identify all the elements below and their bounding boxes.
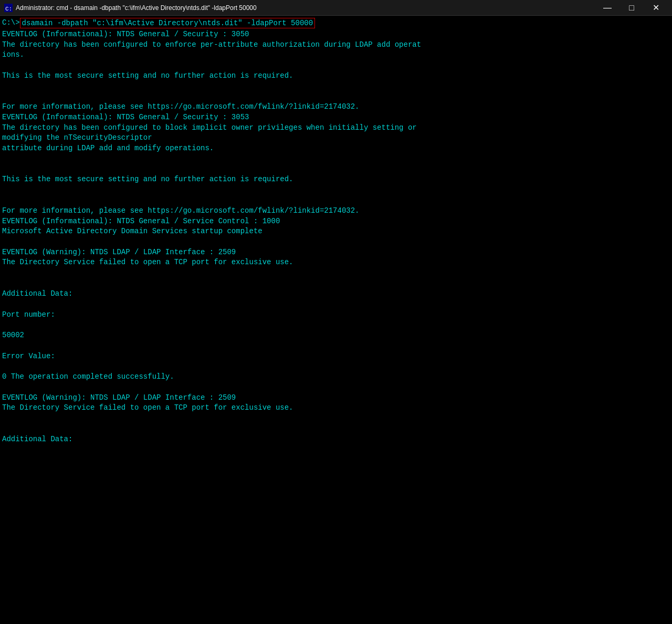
console-line xyxy=(2,195,670,206)
console-line xyxy=(2,320,670,330)
close-button[interactable]: ✕ xyxy=(644,0,668,16)
minimize-button[interactable]: — xyxy=(595,0,620,16)
console-line: EVENTLOG (Informational): NTDS General /… xyxy=(2,112,670,123)
prompt: C:\> xyxy=(2,18,20,28)
console-line: EVENTLOG (Warning): NTDS LDAP / LDAP Int… xyxy=(2,393,670,403)
title-bar-left: C: Administrator: cmd - dsamain -dbpath … xyxy=(4,4,257,12)
console-area: C:\>dsamain -dbpath "c:\ifm\Active Direc… xyxy=(0,16,672,624)
console-line xyxy=(2,361,670,372)
console-line xyxy=(2,81,670,91)
console-line: For more information, please see https:/… xyxy=(2,102,670,112)
console-line: attribute during LDAP add and modify ope… xyxy=(2,143,670,154)
console-line: Microsoft Active Directory Domain Servic… xyxy=(2,226,670,237)
console-line xyxy=(2,164,670,174)
console-line: Error Value: xyxy=(2,351,670,362)
console-line: The directory has been configured to enf… xyxy=(2,40,670,50)
console-line xyxy=(2,153,670,164)
command-text: dsamain -dbpath "c:\ifm\Active Directory… xyxy=(20,18,316,28)
console-line: For more information, please see https:/… xyxy=(2,206,670,216)
console-line xyxy=(2,185,670,195)
console-line: Additional Data: xyxy=(2,434,670,445)
console-line: Additional Data: xyxy=(2,289,670,299)
console-line xyxy=(2,278,670,289)
window-controls: — □ ✕ xyxy=(595,0,668,16)
maximize-button[interactable]: □ xyxy=(620,0,644,16)
console-line: The Directory Service failed to open a T… xyxy=(2,257,670,268)
console-output: EVENTLOG (Informational): NTDS General /… xyxy=(2,29,670,445)
console-line: The Directory Service failed to open a T… xyxy=(2,403,670,413)
console-line xyxy=(2,341,670,351)
console-line: modifying the nTSecurityDescriptor xyxy=(2,133,670,143)
console-line: 0 The operation completed successfully. xyxy=(2,372,670,382)
console-line xyxy=(2,424,670,434)
console-line: EVENTLOG (Informational): NTDS General /… xyxy=(2,216,670,227)
console-line: This is the most secure setting and no f… xyxy=(2,174,670,185)
console-line: EVENTLOG (Warning): NTDS LDAP / LDAP Int… xyxy=(2,247,670,258)
console-line xyxy=(2,237,670,247)
console-line xyxy=(2,299,670,310)
console-line: 50002 xyxy=(2,330,670,341)
console-line xyxy=(2,60,670,71)
console-line xyxy=(2,268,670,278)
console-line: EVENTLOG (Informational): NTDS General /… xyxy=(2,29,670,40)
svg-text:C:: C: xyxy=(5,6,12,12)
window-title: Administrator: cmd - dsamain -dbpath "c:… xyxy=(16,4,257,12)
console-line xyxy=(2,413,670,424)
console-line: This is the most secure setting and no f… xyxy=(2,71,670,81)
console-line xyxy=(2,91,670,102)
console-line: ions. xyxy=(2,50,670,60)
console-line: Port number: xyxy=(2,310,670,320)
command-line: C:\>dsamain -dbpath "c:\ifm\Active Direc… xyxy=(2,18,670,28)
console-line: The directory has been configured to blo… xyxy=(2,123,670,133)
title-bar: C: Administrator: cmd - dsamain -dbpath … xyxy=(0,0,672,16)
console-line xyxy=(2,382,670,393)
cmd-icon: C: xyxy=(4,4,13,12)
